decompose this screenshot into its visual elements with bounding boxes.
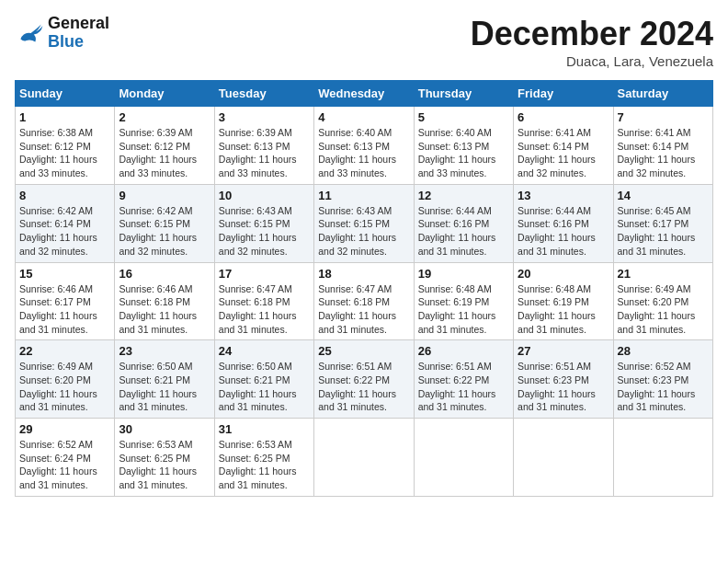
- weekday-header-saturday: Saturday: [613, 81, 712, 107]
- calendar-cell: 8Sunrise: 6:42 AMSunset: 6:14 PMDaylight…: [16, 184, 115, 262]
- calendar-week-4: 22Sunrise: 6:49 AMSunset: 6:20 PMDayligh…: [16, 340, 713, 419]
- calendar-cell: 1Sunrise: 6:38 AMSunset: 6:12 PMDaylight…: [16, 107, 115, 185]
- day-number: 16: [119, 267, 210, 281]
- day-number: 6: [518, 110, 609, 124]
- day-number: 2: [119, 110, 210, 124]
- day-info: Sunrise: 6:42 AMSunset: 6:14 PMDaylight:…: [19, 204, 110, 259]
- day-number: 5: [418, 110, 509, 124]
- day-info: Sunrise: 6:48 AMSunset: 6:19 PMDaylight:…: [418, 282, 509, 337]
- day-number: 12: [418, 189, 509, 202]
- day-number: 25: [318, 344, 409, 358]
- calendar-cell: 4Sunrise: 6:40 AMSunset: 6:13 PMDaylight…: [314, 107, 414, 185]
- calendar-cell: 9Sunrise: 6:42 AMSunset: 6:15 PMDaylight…: [115, 184, 214, 262]
- calendar-cell: 7Sunrise: 6:41 AMSunset: 6:14 PMDaylight…: [613, 107, 712, 185]
- calendar-week-3: 15Sunrise: 6:46 AMSunset: 6:17 PMDayligh…: [16, 262, 713, 340]
- day-info: Sunrise: 6:50 AMSunset: 6:21 PMDaylight:…: [119, 360, 210, 414]
- day-number: 21: [618, 267, 709, 281]
- day-number: 31: [219, 422, 310, 436]
- day-number: 1: [19, 110, 110, 124]
- day-number: 30: [119, 422, 210, 436]
- logo-text: General Blue: [48, 15, 109, 52]
- weekday-header-tuesday: Tuesday: [214, 81, 313, 107]
- calendar-cell: 28Sunrise: 6:52 AMSunset: 6:23 PMDayligh…: [613, 340, 712, 419]
- day-info: Sunrise: 6:48 AMSunset: 6:19 PMDaylight:…: [518, 282, 609, 337]
- day-number: 22: [19, 344, 110, 358]
- day-number: 14: [618, 189, 709, 202]
- day-info: Sunrise: 6:51 AMSunset: 6:22 PMDaylight:…: [418, 360, 509, 414]
- day-info: Sunrise: 6:47 AMSunset: 6:18 PMDaylight:…: [219, 282, 310, 337]
- day-info: Sunrise: 6:46 AMSunset: 6:17 PMDaylight:…: [19, 282, 110, 337]
- day-number: 18: [318, 267, 409, 281]
- calendar-cell: 26Sunrise: 6:51 AMSunset: 6:22 PMDayligh…: [414, 340, 513, 419]
- calendar-cell: 29Sunrise: 6:52 AMSunset: 6:24 PMDayligh…: [16, 419, 115, 497]
- day-number: 26: [418, 344, 509, 358]
- calendar-cell: 12Sunrise: 6:44 AMSunset: 6:16 PMDayligh…: [414, 184, 513, 262]
- calendar-cell: 31Sunrise: 6:53 AMSunset: 6:25 PMDayligh…: [214, 419, 313, 497]
- day-info: Sunrise: 6:52 AMSunset: 6:24 PMDaylight:…: [19, 438, 110, 492]
- calendar-cell: 3Sunrise: 6:39 AMSunset: 6:13 PMDaylight…: [214, 107, 313, 185]
- day-number: 15: [19, 267, 110, 281]
- day-info: Sunrise: 6:45 AMSunset: 6:17 PMDaylight:…: [618, 204, 709, 259]
- day-number: 10: [219, 189, 310, 202]
- day-info: Sunrise: 6:53 AMSunset: 6:25 PMDaylight:…: [219, 438, 310, 492]
- day-info: Sunrise: 6:51 AMSunset: 6:23 PMDaylight:…: [518, 360, 609, 414]
- title-block: December 2024 Duaca, Lara, Venezuela: [471, 15, 713, 69]
- calendar-cell: 22Sunrise: 6:49 AMSunset: 6:20 PMDayligh…: [16, 340, 115, 419]
- calendar-cell: 5Sunrise: 6:40 AMSunset: 6:13 PMDaylight…: [414, 107, 513, 185]
- day-number: 19: [418, 267, 509, 281]
- calendar-cell: 10Sunrise: 6:43 AMSunset: 6:15 PMDayligh…: [214, 184, 313, 262]
- calendar-cell: [613, 419, 712, 497]
- day-number: 4: [318, 110, 409, 124]
- day-number: 3: [219, 110, 310, 124]
- location-subtitle: Duaca, Lara, Venezuela: [471, 53, 713, 69]
- weekday-header-thursday: Thursday: [414, 81, 513, 107]
- logo-bird-icon: [15, 18, 44, 48]
- day-number: 24: [219, 344, 310, 358]
- day-info: Sunrise: 6:41 AMSunset: 6:14 PMDaylight:…: [518, 126, 609, 180]
- calendar-week-1: 1Sunrise: 6:38 AMSunset: 6:12 PMDaylight…: [16, 107, 713, 185]
- day-number: 20: [518, 267, 609, 281]
- calendar-week-5: 29Sunrise: 6:52 AMSunset: 6:24 PMDayligh…: [16, 419, 713, 497]
- day-number: 29: [19, 422, 110, 436]
- day-info: Sunrise: 6:49 AMSunset: 6:20 PMDaylight:…: [19, 360, 110, 414]
- calendar-cell: 6Sunrise: 6:41 AMSunset: 6:14 PMDaylight…: [514, 107, 613, 185]
- day-info: Sunrise: 6:51 AMSunset: 6:22 PMDaylight:…: [318, 360, 409, 414]
- calendar-cell: 16Sunrise: 6:46 AMSunset: 6:18 PMDayligh…: [115, 262, 214, 340]
- day-number: 28: [618, 344, 709, 358]
- day-number: 17: [219, 267, 310, 281]
- calendar-cell: 2Sunrise: 6:39 AMSunset: 6:12 PMDaylight…: [115, 107, 214, 185]
- day-info: Sunrise: 6:43 AMSunset: 6:15 PMDaylight:…: [219, 204, 310, 259]
- calendar-cell: 11Sunrise: 6:43 AMSunset: 6:15 PMDayligh…: [314, 184, 414, 262]
- day-info: Sunrise: 6:47 AMSunset: 6:18 PMDaylight:…: [318, 282, 409, 337]
- day-info: Sunrise: 6:39 AMSunset: 6:12 PMDaylight:…: [119, 126, 210, 180]
- day-info: Sunrise: 6:38 AMSunset: 6:12 PMDaylight:…: [19, 126, 110, 180]
- calendar-cell: 24Sunrise: 6:50 AMSunset: 6:21 PMDayligh…: [214, 340, 313, 419]
- calendar-cell: 25Sunrise: 6:51 AMSunset: 6:22 PMDayligh…: [314, 340, 414, 419]
- calendar-table: SundayMondayTuesdayWednesdayThursdayFrid…: [15, 80, 713, 497]
- calendar-cell: 19Sunrise: 6:48 AMSunset: 6:19 PMDayligh…: [414, 262, 513, 340]
- calendar-cell: 14Sunrise: 6:45 AMSunset: 6:17 PMDayligh…: [613, 184, 712, 262]
- day-info: Sunrise: 6:40 AMSunset: 6:13 PMDaylight:…: [318, 126, 409, 180]
- calendar-cell: 13Sunrise: 6:44 AMSunset: 6:16 PMDayligh…: [514, 184, 613, 262]
- day-info: Sunrise: 6:39 AMSunset: 6:13 PMDaylight:…: [219, 126, 310, 180]
- calendar-cell: 15Sunrise: 6:46 AMSunset: 6:17 PMDayligh…: [16, 262, 115, 340]
- calendar-cell: 27Sunrise: 6:51 AMSunset: 6:23 PMDayligh…: [514, 340, 613, 419]
- day-info: Sunrise: 6:44 AMSunset: 6:16 PMDaylight:…: [518, 204, 609, 259]
- day-info: Sunrise: 6:50 AMSunset: 6:21 PMDaylight:…: [219, 360, 310, 414]
- weekday-header-wednesday: Wednesday: [314, 81, 414, 107]
- day-info: Sunrise: 6:40 AMSunset: 6:13 PMDaylight:…: [418, 126, 509, 180]
- day-number: 23: [119, 344, 210, 358]
- day-info: Sunrise: 6:44 AMSunset: 6:16 PMDaylight:…: [418, 204, 509, 259]
- day-number: 7: [618, 110, 709, 124]
- day-info: Sunrise: 6:49 AMSunset: 6:20 PMDaylight:…: [618, 282, 709, 337]
- day-info: Sunrise: 6:42 AMSunset: 6:15 PMDaylight:…: [119, 204, 210, 259]
- day-info: Sunrise: 6:41 AMSunset: 6:14 PMDaylight:…: [618, 126, 709, 180]
- calendar-cell: [414, 419, 513, 497]
- day-info: Sunrise: 6:46 AMSunset: 6:18 PMDaylight:…: [119, 282, 210, 337]
- calendar-cell: 18Sunrise: 6:47 AMSunset: 6:18 PMDayligh…: [314, 262, 414, 340]
- page-header: General Blue December 2024 Duaca, Lara, …: [15, 15, 713, 69]
- day-number: 27: [518, 344, 609, 358]
- calendar-cell: 21Sunrise: 6:49 AMSunset: 6:20 PMDayligh…: [613, 262, 712, 340]
- day-number: 8: [19, 189, 110, 202]
- calendar-cell: 23Sunrise: 6:50 AMSunset: 6:21 PMDayligh…: [115, 340, 214, 419]
